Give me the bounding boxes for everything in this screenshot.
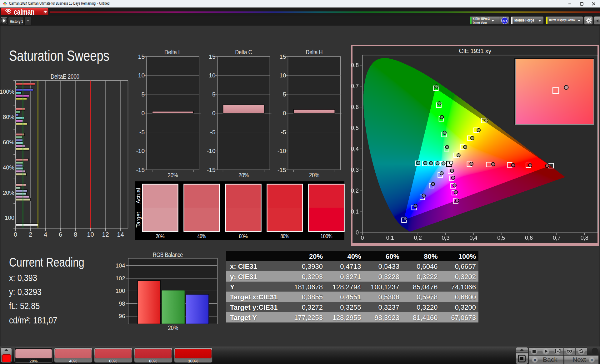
svg-text:0,3: 0,3 bbox=[351, 167, 359, 173]
svg-text:0,1: 0,1 bbox=[386, 235, 394, 241]
svg-text:0,8: 0,8 bbox=[351, 62, 359, 68]
svg-text:0,5: 0,5 bbox=[351, 125, 359, 131]
svg-text:0,6: 0,6 bbox=[525, 235, 533, 241]
svg-text:20%: 20% bbox=[168, 324, 178, 331]
svg-text:104: 104 bbox=[116, 262, 125, 269]
svg-text:RGB Balance: RGB Balance bbox=[153, 251, 183, 258]
svg-text:0,2: 0,2 bbox=[414, 235, 422, 241]
svg-text:0,5: 0,5 bbox=[497, 235, 505, 241]
svg-text:0,4: 0,4 bbox=[351, 146, 359, 152]
svg-text:100: 100 bbox=[116, 288, 125, 294]
svg-text:98: 98 bbox=[119, 300, 125, 307]
svg-text:0,4: 0,4 bbox=[469, 235, 477, 241]
svg-text:0,2: 0,2 bbox=[351, 188, 359, 194]
svg-text:96: 96 bbox=[119, 313, 125, 319]
svg-text:0: 0 bbox=[361, 235, 364, 241]
svg-text:0,6: 0,6 bbox=[351, 104, 359, 110]
svg-text:0,8: 0,8 bbox=[581, 235, 588, 241]
svg-text:0,7: 0,7 bbox=[351, 83, 359, 89]
svg-text:0,1: 0,1 bbox=[351, 209, 359, 215]
svg-text:0,7: 0,7 bbox=[553, 235, 561, 241]
svg-text:0: 0 bbox=[356, 229, 359, 236]
svg-text:0,3: 0,3 bbox=[442, 235, 449, 241]
svg-text:102: 102 bbox=[116, 275, 125, 282]
